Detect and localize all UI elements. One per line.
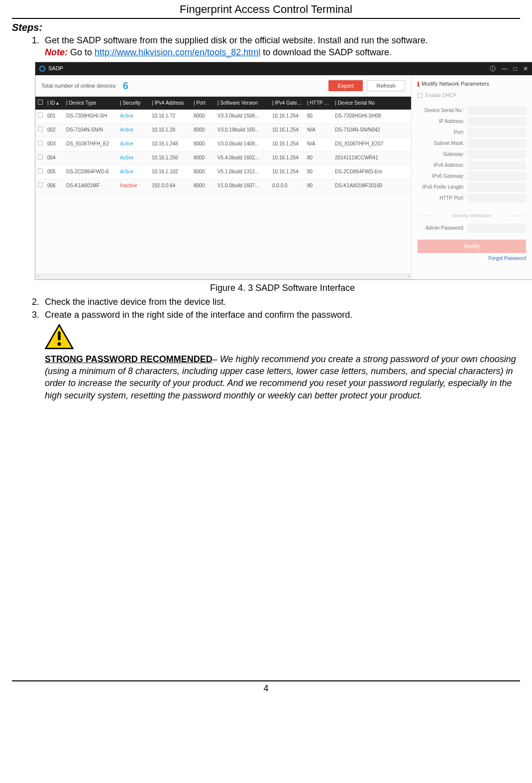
- panel-field-input[interactable]: [467, 183, 526, 192]
- minimize-icon[interactable]: —: [502, 65, 508, 73]
- step-2: Check the inactive device from the devic…: [42, 296, 520, 308]
- step-1-note-post: to download the SADP software.: [260, 47, 392, 57]
- cell-serial: DS-7208HGHI-SH08: [333, 113, 399, 120]
- cell-gateway: 10.16.1.254: [270, 140, 305, 147]
- cell-serial: DS-7104N-SN/N042: [333, 127, 399, 133]
- row-checkbox[interactable]: [38, 168, 43, 173]
- cell-serial: DS-K1A801MF20160: [333, 182, 399, 189]
- help-icon[interactable]: ⓘ: [490, 65, 496, 73]
- col-security[interactable]: Security: [122, 100, 140, 106]
- cell-ip: 192.0.0.64: [150, 182, 192, 189]
- cell-ip: 10.16.1.102: [150, 168, 192, 175]
- warning-strong: STRONG PASSWORD RECOMMENDED: [45, 354, 213, 364]
- cell-id: 001: [45, 113, 64, 120]
- row-checkbox[interactable]: [38, 127, 43, 131]
- maximize-icon[interactable]: □: [514, 65, 517, 73]
- col-port[interactable]: Port: [196, 100, 205, 106]
- panel-field-input[interactable]: [467, 172, 526, 181]
- cell-type: DS-7208HGHI-SH: [64, 113, 118, 120]
- panel-field-input[interactable]: [467, 150, 526, 159]
- panel-field-input[interactable]: [467, 117, 526, 126]
- cell-id: 002: [45, 127, 64, 133]
- panel-title: Modify Network Parameters: [418, 80, 526, 88]
- col-serial[interactable]: Device Serial No: [337, 100, 374, 106]
- sadp-screenshot: SADP ⓘ — □ ✕ Total number of online devi…: [35, 62, 532, 280]
- cell-port: 8000: [192, 127, 215, 133]
- cell-gateway: 0.0.0.0: [270, 182, 305, 189]
- forgot-password-link[interactable]: Forgot Password: [418, 255, 526, 262]
- panel-field-label: Gateway:: [418, 151, 467, 158]
- refresh-button[interactable]: Refresh: [367, 80, 405, 91]
- cell-port: 8000: [192, 154, 215, 161]
- admin-password-label: Admin Password:: [418, 225, 467, 232]
- col-gateway[interactable]: IPv4 Gateway: [275, 100, 305, 106]
- col-version[interactable]: Software Version: [220, 100, 258, 106]
- table-row[interactable]: 001DS-7208HGHI-SHActive10.16.1.728000V3.…: [35, 110, 411, 124]
- device-table-body: 001DS-7208HGHI-SHActive10.16.1.728000V3.…: [35, 110, 411, 273]
- cell-security: Active: [118, 113, 150, 120]
- export-button[interactable]: Export: [328, 80, 363, 91]
- cell-port: 8000: [192, 182, 215, 189]
- col-type[interactable]: Device Type: [69, 100, 96, 106]
- download-link[interactable]: http://www.hikvision.com/en/tools_82.htm…: [95, 47, 260, 57]
- admin-password-input[interactable]: [467, 224, 526, 233]
- col-id[interactable]: ID: [50, 100, 55, 106]
- enable-dhcp-label: Enable DHCP: [426, 92, 456, 99]
- cell-gateway: 10.16.1.254: [270, 168, 305, 175]
- sadp-logo-icon: [39, 66, 45, 72]
- panel-field-label: IPv6 Address:: [418, 162, 467, 169]
- modify-button[interactable]: Modify: [418, 240, 526, 253]
- panel-field-label: Port:: [418, 129, 467, 136]
- table-row[interactable]: 006DS-K1A801MFInactive192.0.0.648000V1.0…: [35, 179, 411, 193]
- cell-type: DS-K1A801MF: [64, 182, 118, 189]
- cell-serial: DS_8106THFH_E207: [333, 140, 399, 147]
- step-1-text: Get the SADP software from the supplied …: [45, 35, 428, 45]
- enable-dhcp-checkbox[interactable]: [418, 93, 423, 98]
- panel-field-input[interactable]: [467, 161, 526, 170]
- select-all-checkbox[interactable]: [38, 100, 43, 105]
- cell-port: 8000: [192, 113, 215, 120]
- col-ip[interactable]: IPv4 Address: [154, 100, 184, 106]
- row-checkbox[interactable]: [38, 113, 43, 118]
- cell-version: V3.0.0build 1408...: [215, 140, 270, 147]
- cell-version: V5.4.0build 1602...: [215, 154, 270, 161]
- total-devices-count: 6: [123, 79, 128, 93]
- panel-field-label: IP Address:: [418, 118, 467, 125]
- step-1: Get the SADP software from the supplied …: [42, 34, 520, 294]
- panel-field-input[interactable]: [467, 139, 526, 148]
- table-row[interactable]: 002DS-7104N-SN/NActive10.16.1.288000V3.0…: [35, 124, 411, 137]
- panel-field-input[interactable]: [467, 106, 526, 115]
- page-number: 4: [12, 680, 520, 694]
- step-1-note-pre: Go to: [68, 47, 95, 57]
- cell-http: 80: [305, 168, 333, 175]
- panel-field-input[interactable]: [467, 194, 526, 203]
- svg-rect-1: [58, 332, 60, 341]
- figure-caption: Figure 4. 3 SADP Software Interface: [45, 282, 520, 294]
- row-checkbox[interactable]: [38, 140, 43, 145]
- sort-icon[interactable]: ▴: [56, 100, 59, 106]
- cell-serial: DS-2CD864FWD-Em: [333, 168, 399, 175]
- table-row[interactable]: 004Active10.16.1.2508000V5.4.0build 1602…: [35, 151, 411, 165]
- cell-gateway: 10.16.1.254: [270, 127, 305, 133]
- row-checkbox[interactable]: [38, 182, 43, 187]
- cell-version: V3.3.0build 1508...: [215, 113, 270, 120]
- close-icon[interactable]: ✕: [523, 65, 528, 73]
- warning-text: STRONG PASSWORD RECOMMENDED– We highly r…: [45, 353, 520, 401]
- table-row[interactable]: 005DS-2CD864FWD-EActive10.16.1.1028000V5…: [35, 165, 411, 179]
- cell-ip: 10.16.1.28: [150, 127, 192, 133]
- total-devices-label: Total number of online devices:: [41, 82, 117, 90]
- row-checkbox[interactable]: [38, 154, 43, 159]
- cell-type: DS_8106THFH_E2: [64, 140, 118, 147]
- cell-http: 80: [305, 182, 333, 189]
- sadp-app-name: SADP: [48, 65, 63, 72]
- table-row[interactable]: 003DS_8106THFH_E2Active10.16.1.2488000V3…: [35, 137, 411, 151]
- cell-http: 80: [305, 113, 333, 120]
- security-verification-label: Security Verification: [418, 213, 526, 219]
- horizontal-scrollbar[interactable]: [35, 273, 411, 279]
- panel-field-input[interactable]: [467, 128, 526, 137]
- col-http[interactable]: HTTP Port: [310, 100, 333, 106]
- cell-security: Active: [118, 127, 150, 133]
- note-label: Note:: [45, 47, 68, 57]
- cell-gateway: 10.16.1.254: [270, 154, 305, 161]
- cell-security: Active: [118, 140, 150, 147]
